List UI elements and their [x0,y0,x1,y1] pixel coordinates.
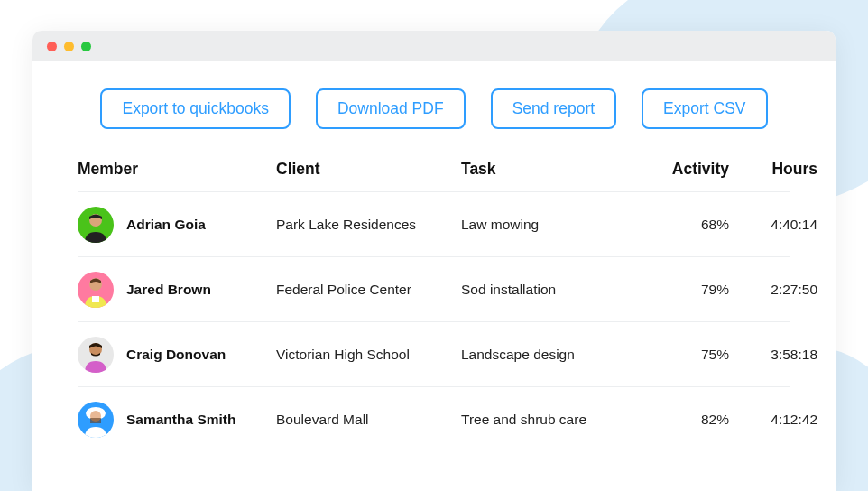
action-bar: Export to quickbooks Download PDF Send r… [78,88,790,129]
avatar [78,272,114,308]
column-header-task: Task [461,160,646,179]
task-cell: Tree and shrub care [461,412,646,428]
client-cell: Victorian High School [276,347,461,363]
table-row: Adrian Goia Park Lake Residences Law mow… [78,192,790,257]
hours-cell: 2:27:50 [736,282,817,298]
hours-cell: 4:40:14 [736,217,817,233]
member-name: Adrian Goia [126,217,206,233]
window-close-button[interactable] [47,42,57,51]
window-minimize-button[interactable] [64,42,74,51]
table-row: Samantha Smith Boulevard Mall Tree and s… [78,387,790,452]
member-name: Craig Donovan [126,347,226,363]
table-header-row: Member Client Task Activity Hours [78,154,790,192]
member-cell: Jared Brown [78,272,276,308]
activity-cell: 75% [646,347,736,363]
window-titlebar [32,31,836,61]
avatar [78,402,114,438]
app-window: Export to quickbooks Download PDF Send r… [32,31,836,491]
client-cell: Park Lake Residences [276,217,461,233]
task-cell: Law mowing [461,217,646,233]
activity-cell: 82% [646,412,736,428]
client-cell: Boulevard Mall [276,412,461,428]
activity-cell: 68% [646,217,736,233]
member-cell: Samantha Smith [78,402,276,438]
column-header-activity: Activity [646,160,736,179]
table-row: Jared Brown Federal Police Center Sod in… [78,257,790,322]
export-quickbooks-button[interactable]: Export to quickbooks [100,88,290,129]
avatar [78,207,114,243]
task-cell: Sod installation [461,282,646,298]
member-name: Samantha Smith [126,412,235,428]
activity-cell: 79% [646,282,736,298]
member-cell: Craig Donovan [78,337,276,373]
hours-cell: 3:58:18 [736,347,817,363]
member-cell: Adrian Goia [78,207,276,243]
task-cell: Landscape design [461,347,646,363]
column-header-client: Client [276,160,461,179]
member-name: Jared Brown [126,282,211,298]
main-content: Export to quickbooks Download PDF Send r… [32,61,836,452]
export-csv-button[interactable]: Export CSV [642,88,767,129]
download-pdf-button[interactable]: Download PDF [316,88,466,129]
window-maximize-button[interactable] [81,42,91,51]
table-row: Craig Donovan Victorian High School Land… [78,322,790,387]
send-report-button[interactable]: Send report [491,88,616,129]
column-header-member: Member [78,160,276,179]
client-cell: Federal Police Center [276,282,461,298]
column-header-hours: Hours [736,160,817,179]
avatar [78,337,114,373]
hours-cell: 4:12:42 [736,412,817,428]
report-table: Member Client Task Activity Hours Adrian… [78,154,790,452]
